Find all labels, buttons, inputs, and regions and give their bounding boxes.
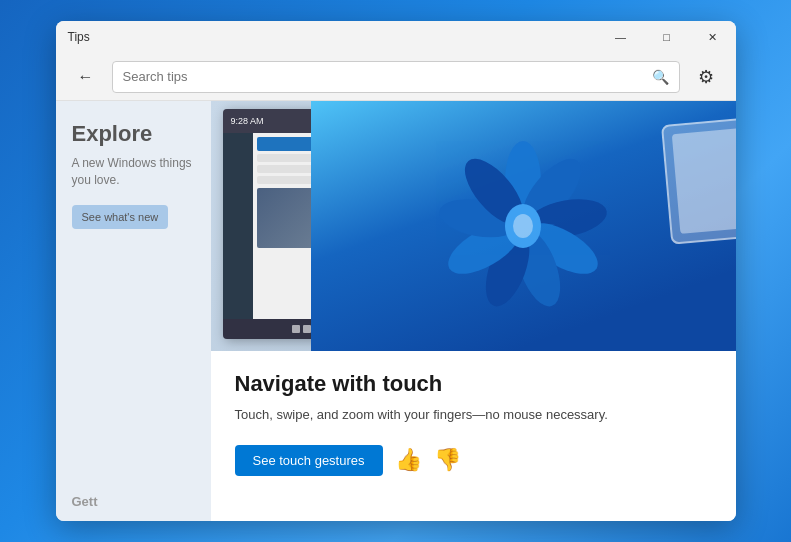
see-whats-new-button[interactable]: See what's new bbox=[72, 205, 169, 229]
main-panel: 9:28 AM bbox=[211, 101, 736, 521]
text-content: Navigate with touch Touch, swipe, and zo… bbox=[211, 351, 736, 521]
left-bottom-label: Gett bbox=[72, 494, 98, 509]
section-title: Navigate with touch bbox=[235, 371, 712, 397]
action-row: See touch gestures 👍 👎 bbox=[235, 445, 712, 476]
left-panel: Explore A new Windows things you love. S… bbox=[56, 101, 211, 521]
back-button[interactable]: ← bbox=[72, 63, 100, 91]
title-bar: Tips — □ ✕ bbox=[56, 21, 736, 53]
minimize-button[interactable]: — bbox=[598, 21, 644, 53]
maximize-button[interactable]: □ bbox=[644, 21, 690, 53]
hero-image: 9:28 AM bbox=[211, 101, 736, 351]
settings-button[interactable]: ⚙ bbox=[692, 63, 720, 91]
search-bar: 🔍 bbox=[112, 61, 680, 93]
window-title: Tips bbox=[68, 30, 90, 44]
windows-flower-svg bbox=[423, 116, 623, 336]
toolbar: ← 🔍 ⚙ bbox=[56, 53, 736, 101]
svg-point-11 bbox=[513, 214, 533, 238]
tablet-decoration bbox=[660, 117, 735, 244]
search-input[interactable] bbox=[123, 69, 644, 84]
window-controls: — □ ✕ bbox=[598, 21, 736, 53]
thumbs-down-button[interactable]: 👎 bbox=[434, 447, 461, 473]
content-area: Explore A new Windows things you love. S… bbox=[56, 101, 736, 521]
explore-title: Explore bbox=[72, 121, 195, 147]
section-description: Touch, swipe, and zoom with your fingers… bbox=[235, 405, 712, 425]
taskbar-icon-1 bbox=[292, 325, 300, 333]
explore-desc: A new Windows things you love. bbox=[72, 155, 195, 189]
thumbs-up-button[interactable]: 👍 bbox=[395, 447, 422, 473]
search-icon[interactable]: 🔍 bbox=[652, 69, 669, 85]
win11-sidebar bbox=[223, 133, 253, 319]
see-touch-gestures-button[interactable]: See touch gestures bbox=[235, 445, 383, 476]
tablet-screen bbox=[671, 128, 735, 234]
close-button[interactable]: ✕ bbox=[690, 21, 736, 53]
app-window: Tips — □ ✕ ← 🔍 ⚙ Explore A new Windows t… bbox=[56, 21, 736, 521]
